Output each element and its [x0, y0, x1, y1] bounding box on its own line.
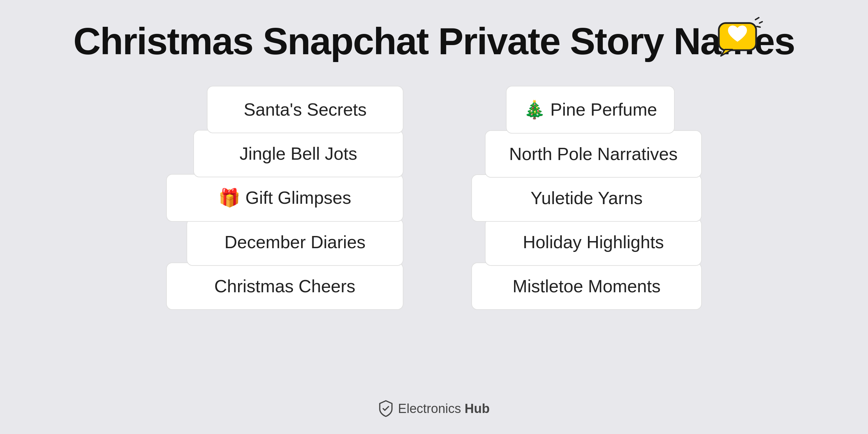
- list-item: Jingle Bell Jots: [193, 130, 403, 177]
- brand-name: Electronics Hub: [398, 401, 490, 416]
- header: Christmas Snapchat Private Story Names: [0, 20, 868, 62]
- left-column: Santa's Secrets Jingle Bell Jots 🎁 Gift …: [166, 86, 403, 307]
- heart-chat-icon: [715, 17, 763, 58]
- list-item: December Diaries: [186, 218, 403, 266]
- content-area: Santa's Secrets Jingle Bell Jots 🎁 Gift …: [0, 86, 868, 307]
- right-column: 🎄 Pine Perfume North Pole Narratives Yul…: [465, 86, 702, 307]
- list-item: Mistletoe Moments: [471, 262, 702, 310]
- svg-line-2: [757, 26, 760, 27]
- brand-logo: Electronics Hub: [378, 400, 490, 417]
- list-item: Yuletide Yarns: [471, 174, 702, 222]
- list-item: Christmas Cheers: [166, 262, 403, 310]
- list-item: Holiday Highlights: [485, 218, 702, 266]
- shield-icon: [378, 400, 393, 417]
- list-item: 🎄 Pine Perfume: [506, 86, 675, 134]
- list-item: North Pole Narratives: [485, 130, 702, 178]
- svg-line-1: [760, 22, 762, 23]
- svg-line-0: [755, 18, 759, 20]
- footer: Electronics Hub: [378, 400, 490, 417]
- list-item: 🎁 Gift Glimpses: [166, 174, 403, 222]
- list-item: Santa's Secrets: [207, 86, 403, 133]
